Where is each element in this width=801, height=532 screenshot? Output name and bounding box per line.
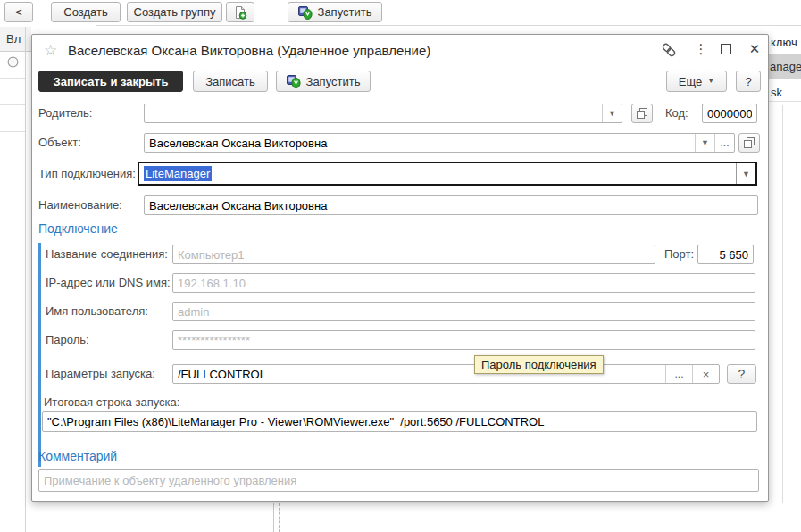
- help-button[interactable]: ?: [736, 71, 761, 92]
- new-document-button[interactable]: [226, 2, 254, 22]
- new-document-icon: [233, 5, 247, 20]
- dialog-window: ☆ Васелевская Оксана Викторовна (Удаленн…: [31, 34, 769, 502]
- collapse-minus-icon[interactable]: [7, 56, 19, 68]
- parent-combo[interactable]: ▼: [144, 104, 622, 123]
- bg-splitter-handle[interactable]: [279, 503, 280, 532]
- bg-right-header-fragment: ключ: [771, 36, 797, 49]
- toolbar-divider: [96, 25, 801, 26]
- object-value: Васелевская Оксана Викторовна: [145, 134, 695, 152]
- run-icon: [298, 5, 313, 20]
- code-label: Код:: [665, 104, 688, 123]
- object-dropdown-icon[interactable]: ▼: [695, 134, 714, 152]
- favorite-star-icon[interactable]: ☆: [44, 41, 57, 60]
- bg-table-row-line: [0, 131, 25, 132]
- save-and-close-label: Записать и закрыть: [54, 75, 169, 88]
- save-label: Записать: [205, 75, 255, 88]
- connection-group-line: [38, 243, 41, 467]
- password-label: Пароль:: [46, 330, 89, 350]
- connection-name-label: Название соединения:: [46, 245, 168, 264]
- final-string-label: Итоговая строка запуска:: [44, 393, 179, 412]
- more-menu-kebab-icon[interactable]: ⋮: [695, 40, 707, 58]
- back-icon: <: [15, 5, 22, 19]
- dialog-title: Васелевская Оксана Викторовна (Удаленное…: [68, 43, 430, 58]
- dialog-run-label: Запустить: [306, 75, 361, 88]
- bg-selected-row-fragment: anager: [770, 60, 801, 73]
- ip-label: IP-адрес или DNS имя:: [46, 273, 171, 293]
- connection-type-value-wrap: LiteManager: [139, 163, 736, 184]
- name-label: Наименование:: [38, 195, 122, 215]
- bg-right-row-line: [769, 101, 801, 102]
- connection-section-title: Подключение: [38, 221, 118, 236]
- code-input[interactable]: [702, 104, 757, 123]
- bg-splitter-line: [273, 503, 274, 532]
- launch-params-clear-icon[interactable]: ×: [692, 365, 719, 383]
- username-input[interactable]: [172, 302, 755, 321]
- dialog-run-button[interactable]: Запустить: [276, 71, 371, 92]
- launch-params-field[interactable]: /FULLCONTROL ... ×: [172, 364, 720, 384]
- run-button[interactable]: Запустить: [288, 2, 382, 22]
- parent-open-button[interactable]: [631, 104, 653, 123]
- ip-input[interactable]: [172, 273, 755, 293]
- create-button[interactable]: Создать: [51, 2, 121, 22]
- bg-right-column-border: [782, 105, 783, 503]
- help-label: ?: [745, 75, 751, 88]
- bg-table-header-label: Вл: [6, 32, 21, 46]
- connection-type-combo[interactable]: LiteManager ▼: [138, 162, 757, 186]
- comment-input[interactable]: [38, 469, 759, 492]
- bg-table-row-line: [0, 78, 25, 79]
- bg-table-row-line: [0, 104, 25, 105]
- connection-type-dropdown-icon[interactable]: ▼: [736, 163, 755, 184]
- bg-table-column-border: [25, 27, 26, 532]
- app-window: < Создать Создать группу Запустить Вл кл…: [0, 0, 801, 532]
- username-label: Имя пользователя:: [46, 302, 148, 321]
- bg-row-fragment: sk: [771, 86, 782, 99]
- final-string-input[interactable]: [42, 411, 757, 432]
- more-label: Еще: [679, 75, 702, 88]
- create-group-button-label: Создать группу: [134, 5, 216, 19]
- launch-params-label: Параметры запуска:: [46, 364, 155, 384]
- close-icon[interactable]: ✕: [747, 40, 763, 58]
- launch-params-help-button[interactable]: ?: [727, 364, 756, 384]
- connection-type-label: Тип подключения:: [38, 164, 136, 184]
- tooltip-text: Пароль подключения: [481, 358, 597, 371]
- port-input[interactable]: [697, 245, 754, 264]
- parent-value: [145, 104, 602, 122]
- object-combo[interactable]: Васелевская Оксана Викторовна ▼ ...: [144, 133, 735, 153]
- object-label: Объект:: [38, 133, 81, 153]
- create-button-label: Создать: [63, 5, 107, 19]
- port-label: Порт:: [664, 245, 694, 264]
- open-window-icon: [744, 137, 755, 148]
- chevron-down-icon: ▼: [707, 78, 714, 85]
- back-button[interactable]: <: [4, 2, 33, 22]
- save-button[interactable]: Записать: [193, 71, 268, 92]
- maximize-icon[interactable]: [721, 44, 731, 54]
- password-input[interactable]: [172, 330, 755, 350]
- object-open-button[interactable]: [738, 133, 760, 153]
- parent-dropdown-icon[interactable]: ▼: [602, 104, 622, 122]
- object-choose-icon[interactable]: ...: [714, 134, 734, 152]
- run-button-label: Запустить: [318, 5, 372, 19]
- link-icon[interactable]: [660, 41, 678, 59]
- connection-name-input[interactable]: [172, 245, 655, 264]
- create-group-button[interactable]: Создать группу: [127, 2, 222, 22]
- launch-params-choose-icon[interactable]: ...: [665, 365, 692, 383]
- launch-params-help-label: ?: [738, 367, 746, 381]
- tooltip: Пароль подключения: [474, 355, 604, 374]
- parent-label: Родитель:: [38, 104, 92, 123]
- dialog-run-icon: [287, 74, 301, 88]
- name-input[interactable]: [144, 195, 758, 215]
- open-window-icon: [637, 108, 647, 119]
- more-button[interactable]: Еще ▼: [666, 71, 727, 92]
- save-and-close-button[interactable]: Записать и закрыть: [38, 71, 183, 92]
- connection-type-value: LiteManager: [144, 166, 212, 181]
- comment-section-title: Комментарий: [38, 449, 117, 463]
